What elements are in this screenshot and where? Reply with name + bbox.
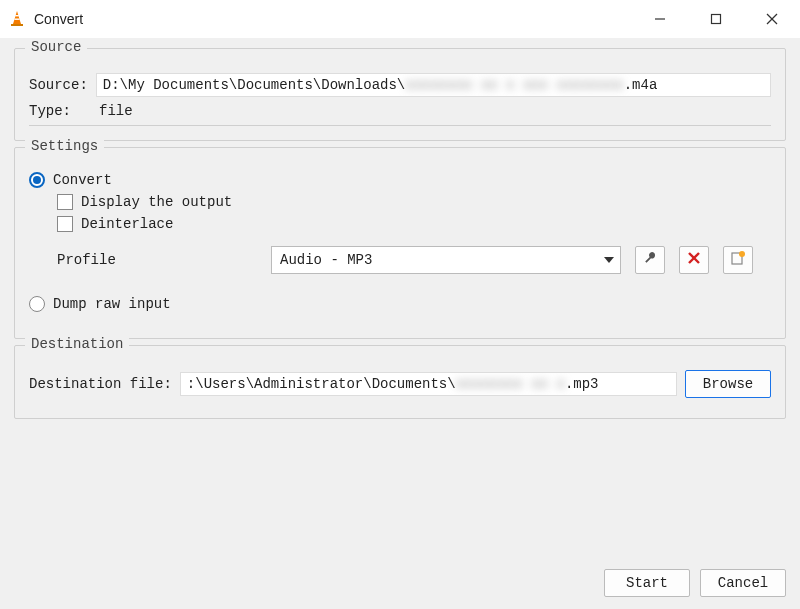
cancel-button[interactable]: Cancel <box>700 569 786 597</box>
destination-file-label: Destination file: <box>29 376 172 392</box>
new-profile-button[interactable] <box>723 246 753 274</box>
settings-group: Settings Convert Display the output Dein… <box>14 147 786 339</box>
dump-raw-radio[interactable] <box>29 296 45 312</box>
source-divider <box>29 125 771 126</box>
wrench-icon <box>642 250 658 270</box>
display-output-label: Display the output <box>81 194 232 210</box>
dump-raw-label: Dump raw input <box>53 296 171 312</box>
vlc-cone-icon <box>8 9 26 30</box>
destination-path-suffix: .mp3 <box>565 376 599 392</box>
settings-group-title: Settings <box>25 138 104 154</box>
source-path-prefix: D:\My Documents\Documents\Downloads\ <box>103 77 405 93</box>
display-output-checkbox[interactable] <box>57 194 73 210</box>
destination-path-redacted: xxxxxxxx xx x <box>456 376 565 392</box>
start-button[interactable]: Start <box>604 569 690 597</box>
minimize-button[interactable] <box>632 0 688 38</box>
svg-point-11 <box>739 251 745 257</box>
edit-profile-button[interactable] <box>635 246 665 274</box>
window-title: Convert <box>34 11 83 27</box>
browse-button-label: Browse <box>703 376 753 392</box>
source-path-field[interactable]: D:\My Documents\Documents\Downloads\xxxx… <box>96 73 771 97</box>
profile-combobox[interactable]: Audio - MP3 <box>271 246 621 274</box>
destination-group-title: Destination <box>25 336 129 352</box>
convert-radio[interactable] <box>29 172 45 188</box>
browse-button[interactable]: Browse <box>685 370 771 398</box>
dialog-footer: Start Cancel <box>0 563 800 609</box>
svg-rect-5 <box>712 15 721 24</box>
delete-profile-button[interactable] <box>679 246 709 274</box>
source-group: Source Source: D:\My Documents\Documents… <box>14 48 786 141</box>
svg-marker-0 <box>13 11 21 24</box>
svg-rect-2 <box>14 18 19 19</box>
type-value: file <box>99 103 133 119</box>
window-controls <box>632 0 800 38</box>
close-button[interactable] <box>744 0 800 38</box>
destination-file-field[interactable]: :\Users\Administrator\Documents\xxxxxxxx… <box>180 372 677 396</box>
svg-rect-3 <box>11 24 23 26</box>
source-label: Source: <box>29 77 88 93</box>
new-profile-icon <box>730 250 746 270</box>
profile-label: Profile <box>57 252 257 268</box>
start-button-label: Start <box>626 575 668 591</box>
profile-value: Audio - MP3 <box>280 252 372 268</box>
convert-radio-label: Convert <box>53 172 112 188</box>
convert-dialog: Convert Source Source: D:\My Documents\D… <box>0 0 800 609</box>
destination-path-prefix: :\Users\Administrator\Documents\ <box>187 376 456 392</box>
maximize-button[interactable] <box>688 0 744 38</box>
type-label: Type: <box>29 103 91 119</box>
svg-rect-1 <box>15 15 19 16</box>
cancel-button-label: Cancel <box>718 575 768 591</box>
chevron-down-icon <box>604 257 614 263</box>
source-path-suffix: .m4a <box>624 77 658 93</box>
source-group-title: Source <box>25 39 87 55</box>
deinterlace-checkbox[interactable] <box>57 216 73 232</box>
deinterlace-label: Deinterlace <box>81 216 173 232</box>
source-path-redacted: xxxxxxxx xx x xxx xxxxxxxx <box>405 77 623 93</box>
delete-x-icon <box>687 251 701 269</box>
title-bar: Convert <box>0 0 800 38</box>
destination-group: Destination Destination file: :\Users\Ad… <box>14 345 786 419</box>
